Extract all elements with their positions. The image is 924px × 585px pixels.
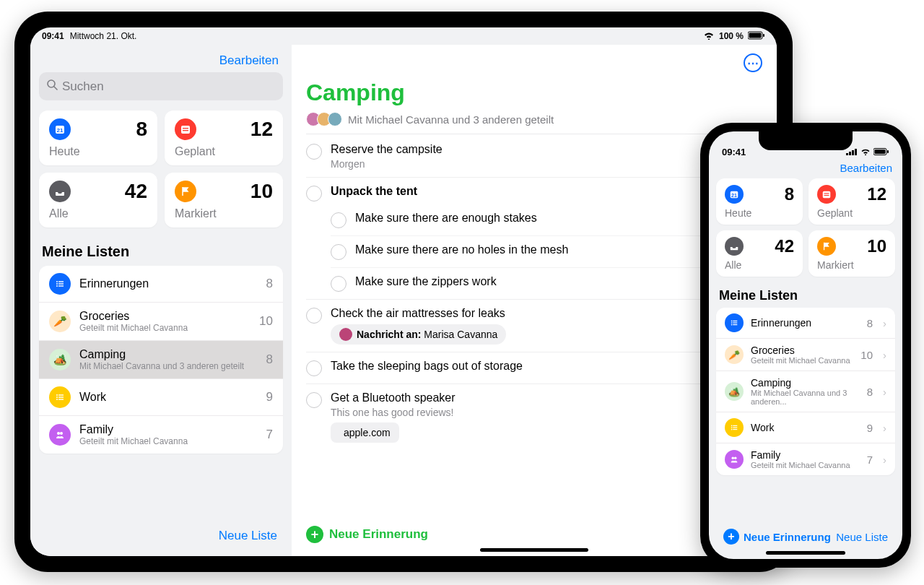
smart-flagged[interactable]: 10 Markiert bbox=[808, 230, 895, 277]
smart-flagged[interactable]: 10 Markiert bbox=[165, 173, 283, 228]
battery-icon bbox=[748, 31, 765, 42]
smart-label: Markiert bbox=[175, 207, 273, 220]
my-lists: Erinnerungen 8 › 🥕 GroceriesGeteilt mit … bbox=[716, 308, 895, 475]
svg-rect-17 bbox=[58, 394, 64, 395]
svg-rect-30 bbox=[887, 150, 889, 153]
list-item-work[interactable]: Work 9 › bbox=[716, 412, 895, 443]
task-row[interactable]: Unpack the tent bbox=[306, 178, 762, 204]
message-chip[interactable]: Nachricht an: Marisa Cavanna bbox=[331, 324, 506, 344]
calendar-today-icon: 21 bbox=[49, 118, 71, 140]
new-reminder-button[interactable]: + Neue Erinnerung bbox=[723, 529, 831, 545]
search-icon bbox=[46, 79, 58, 94]
svg-rect-47 bbox=[733, 429, 737, 430]
smart-all[interactable]: 42 Alle bbox=[39, 173, 157, 228]
smart-all[interactable]: 42 Alle bbox=[716, 230, 803, 277]
svg-rect-41 bbox=[733, 324, 737, 325]
task-row[interactable]: Reserve the campsite Morgen bbox=[306, 136, 762, 178]
task-radio[interactable] bbox=[331, 244, 346, 260]
shared-text: Mit Michael Cavanna und 3 anderen geteil… bbox=[348, 113, 554, 126]
status-time: 09:41 bbox=[42, 31, 64, 41]
svg-rect-45 bbox=[733, 427, 737, 428]
list-item-camping[interactable]: 🏕️ CampingMit Michael Cavanna und 3 ande… bbox=[716, 371, 895, 412]
battery-icon bbox=[873, 147, 889, 157]
task-row[interactable]: Make sure there are no holes in the mesh bbox=[331, 236, 762, 268]
list-title: Erinnerungen bbox=[79, 277, 258, 290]
task-row[interactable]: Make sure there are enough stakes bbox=[331, 204, 762, 236]
smart-scheduled[interactable]: 12 Geplant bbox=[808, 178, 895, 225]
flag-icon bbox=[175, 181, 196, 202]
smart-count: 42 bbox=[775, 236, 794, 256]
list-item-groceries[interactable]: 🥕 GroceriesGeteilt mit Michael Cavanna 1… bbox=[716, 339, 895, 371]
more-button[interactable]: ⋯ bbox=[744, 53, 762, 72]
svg-rect-25 bbox=[849, 152, 851, 155]
notch bbox=[759, 131, 853, 150]
task-row[interactable]: Get a Bluetooth speaker This one has goo… bbox=[306, 384, 762, 450]
task-row[interactable]: Take the sleeping bags out of storage bbox=[306, 352, 762, 384]
smart-count: 8 bbox=[136, 118, 147, 141]
svg-point-48 bbox=[732, 457, 735, 460]
task-radio[interactable] bbox=[306, 186, 322, 202]
list-item-reminders[interactable]: Erinnerungen 8 › bbox=[716, 308, 895, 339]
list-item-family[interactable]: FamilyGeteilt mit Michael Cavanna 7 › bbox=[716, 443, 895, 475]
new-list-button[interactable]: Neue Liste bbox=[219, 529, 277, 542]
new-list-button[interactable]: Neue Liste bbox=[836, 531, 888, 543]
my-lists: Erinnerungen 8 🥕 Groceries Geteilt mit M… bbox=[39, 266, 283, 454]
list-count: 7 bbox=[867, 454, 873, 466]
task-row[interactable]: Check the air mattresses for leaks Nachr… bbox=[306, 300, 762, 352]
svg-rect-24 bbox=[846, 153, 848, 155]
task-title: Reserve the campsite bbox=[331, 143, 762, 156]
task-row[interactable]: Make sure the zippers work bbox=[331, 268, 762, 299]
inbox-icon bbox=[49, 181, 71, 202]
chevron-right-icon: › bbox=[883, 317, 886, 329]
list-item-camping[interactable]: 🏕️ Camping Mit Michael Cavanna und 3 and… bbox=[39, 341, 283, 379]
list-title: Erinnerungen bbox=[751, 317, 860, 329]
inbox-icon bbox=[725, 237, 744, 256]
list-item-reminders[interactable]: Erinnerungen 8 bbox=[39, 266, 283, 303]
smart-count: 12 bbox=[250, 118, 273, 141]
task-meta: Morgen bbox=[331, 158, 762, 170]
task-radio[interactable] bbox=[306, 392, 322, 408]
wifi-icon bbox=[860, 147, 871, 157]
list-count: 8 bbox=[266, 277, 273, 291]
ipad-status-bar: 09:41 Mittwoch 21. Okt. 100 % bbox=[30, 27, 777, 45]
new-reminder-label: Neue Erinnerung bbox=[744, 531, 831, 543]
list-item-family[interactable]: Family Geteilt mit Michael Cavanna 7 bbox=[39, 416, 283, 454]
svg-rect-21 bbox=[58, 399, 64, 399]
status-time: 09:41 bbox=[722, 147, 746, 157]
svg-point-49 bbox=[734, 457, 737, 460]
smart-label: Geplant bbox=[175, 145, 273, 158]
list-item-groceries[interactable]: 🥕 Groceries Geteilt mit Michael Cavanna … bbox=[39, 303, 283, 341]
list-item-work[interactable]: Work 9 bbox=[39, 379, 283, 416]
home-indicator[interactable] bbox=[480, 548, 588, 552]
smart-today[interactable]: 21 8 Heute bbox=[39, 110, 157, 165]
task-radio[interactable] bbox=[306, 144, 322, 160]
svg-rect-34 bbox=[824, 193, 829, 194]
smart-scheduled[interactable]: 12 Geplant bbox=[165, 110, 283, 165]
smart-label: Heute bbox=[725, 207, 794, 219]
search-input[interactable]: Suchen bbox=[39, 72, 283, 100]
list-subtitle: Geteilt mit Michael Cavanna bbox=[79, 436, 258, 446]
list-subtitle: Geteilt mit Michael Cavanna bbox=[751, 461, 860, 469]
task-radio[interactable] bbox=[331, 212, 346, 228]
smart-count: 10 bbox=[867, 236, 886, 256]
edit-button[interactable]: Bearbeiten bbox=[219, 53, 279, 67]
smart-label: Markiert bbox=[817, 259, 886, 271]
section-header-my-lists: Meine Listen bbox=[42, 243, 283, 260]
task-radio[interactable] bbox=[331, 276, 346, 292]
shared-with-row[interactable]: Mit Michael Cavanna und 3 anderen geteil… bbox=[306, 112, 762, 134]
svg-text:21: 21 bbox=[731, 193, 737, 198]
task-radio[interactable] bbox=[306, 308, 322, 324]
edit-button[interactable]: Bearbeiten bbox=[840, 162, 892, 174]
plus-icon: + bbox=[306, 526, 323, 543]
task-radio[interactable] bbox=[306, 360, 322, 376]
home-indicator[interactable] bbox=[766, 551, 845, 555]
smart-count: 10 bbox=[250, 180, 273, 203]
smart-today[interactable]: 21 8 Heute bbox=[716, 178, 803, 225]
status-date: Mittwoch 21. Okt. bbox=[70, 31, 137, 41]
link-chip[interactable]: apple.com bbox=[331, 422, 399, 443]
svg-rect-8 bbox=[183, 128, 188, 129]
list-title: Work bbox=[751, 422, 860, 433]
svg-rect-29 bbox=[875, 150, 886, 154]
list-count: 9 bbox=[266, 390, 273, 404]
svg-point-18 bbox=[56, 396, 58, 398]
